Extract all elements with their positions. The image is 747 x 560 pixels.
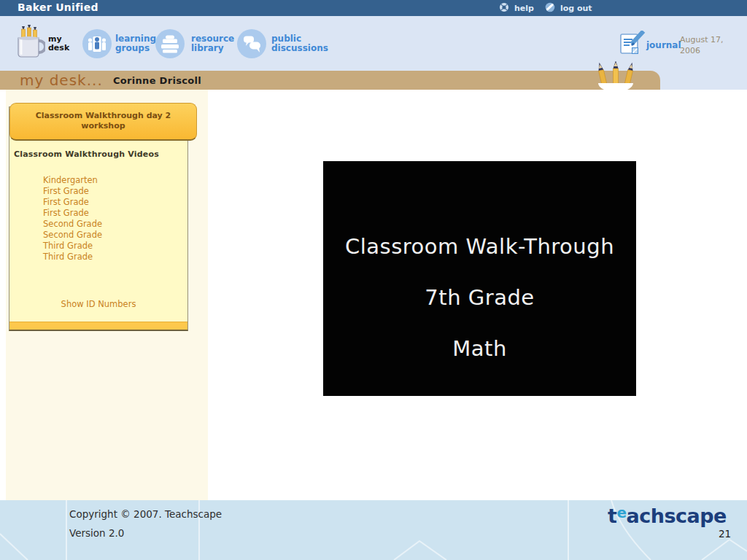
video-link-kindergarten[interactable]: Kindergarten [43, 175, 102, 186]
logout-link[interactable]: log out [560, 4, 592, 13]
nav-item-journal[interactable]: journal [646, 40, 681, 50]
help-link[interactable]: help [514, 4, 534, 13]
video-title-line1: Classroom Walk-Through [323, 235, 636, 258]
learning-groups-icon[interactable] [82, 29, 112, 58]
nav-item-learning-groups[interactable]: learning groups [115, 34, 156, 53]
logout-icon[interactable] [545, 1, 555, 15]
list-item: Second Grade [43, 219, 102, 230]
nav-bar: my desk learning groups [0, 16, 747, 90]
list-item: Third Grade [43, 241, 102, 252]
list-item: Kindergarten [43, 175, 102, 186]
titlebar-actions: help log out [499, 0, 592, 16]
teachscape-logo[interactable]: teachscape [608, 505, 727, 527]
public-discussions-icon[interactable] [237, 29, 266, 58]
list-item: Third Grade [43, 252, 102, 262]
my-desk-icon[interactable] [15, 25, 45, 63]
nav-item-resource-library[interactable]: resource library [191, 34, 234, 53]
video-title-line3: Math [323, 337, 636, 360]
learning-groups-label-line2: groups [115, 44, 156, 53]
current-date: August 17, 2006 [680, 34, 724, 56]
resource-library-icon[interactable] [155, 29, 185, 58]
my-desk-label-line2: desk [48, 44, 69, 52]
video-link-first-grade-1[interactable]: First Grade [43, 186, 102, 197]
logo-t: t [608, 505, 616, 527]
list-item: First Grade [43, 197, 102, 208]
date-line2: 2006 [680, 45, 724, 56]
nav-item-public-discussions[interactable]: public discussions [271, 34, 328, 53]
nav-item-my-desk[interactable]: my desk [48, 35, 69, 52]
footer: Copyright © 2007. Teachscape Version 2.0… [0, 500, 747, 560]
version-text: Version 2.0 [69, 527, 124, 539]
logo-e: e [616, 504, 626, 521]
video-link-third-grade-1[interactable]: Third Grade [43, 241, 102, 252]
list-item: Second Grade [43, 230, 102, 241]
list-item: First Grade [43, 186, 102, 197]
list-item: First Grade [43, 208, 102, 219]
pencil-cup-image [591, 61, 640, 93]
panel-bottom-strip [9, 322, 187, 330]
video-link-second-grade-2[interactable]: Second Grade [43, 230, 102, 241]
panel-heading: Classroom Walkthrough Videos [14, 149, 159, 159]
video-link-first-grade-3[interactable]: First Grade [43, 208, 102, 219]
my-desk-banner-title: my desk... [20, 71, 103, 90]
title-bar: Baker Unified help log out [0, 0, 747, 16]
show-id-numbers-link[interactable]: Show ID Numbers [9, 299, 187, 309]
video-link-second-grade-1[interactable]: Second Grade [43, 219, 102, 230]
help-icon[interactable] [499, 1, 509, 15]
user-name: Corinne Driscoll [113, 71, 201, 90]
video-link-third-grade-2[interactable]: Third Grade [43, 252, 102, 262]
journal-icon[interactable] [619, 31, 646, 58]
video-title-line2: 7th Grade [323, 286, 636, 309]
public-discussions-label-line2: discussions [271, 44, 328, 53]
copyright-text: Copyright © 2007. Teachscape [69, 508, 222, 520]
page: Baker Unified help log out [0, 0, 747, 560]
my-desk-banner: my desk... Corinne Driscoll [0, 71, 660, 90]
video-link-list: Kindergarten First Grade First Grade Fir… [43, 175, 102, 262]
resource-library-label-line2: library [191, 44, 234, 53]
logo-rest: achscape [627, 505, 727, 527]
video-player[interactable]: Classroom Walk-Through 7th Grade Math [323, 161, 636, 396]
workshop-button[interactable]: Classroom Walkthrough day 2 workshop [9, 103, 197, 141]
date-line1: August 17, [680, 34, 724, 45]
video-link-first-grade-2[interactable]: First Grade [43, 197, 102, 208]
app-title: Baker Unified [18, 1, 98, 13]
page-number: 21 [719, 528, 731, 540]
